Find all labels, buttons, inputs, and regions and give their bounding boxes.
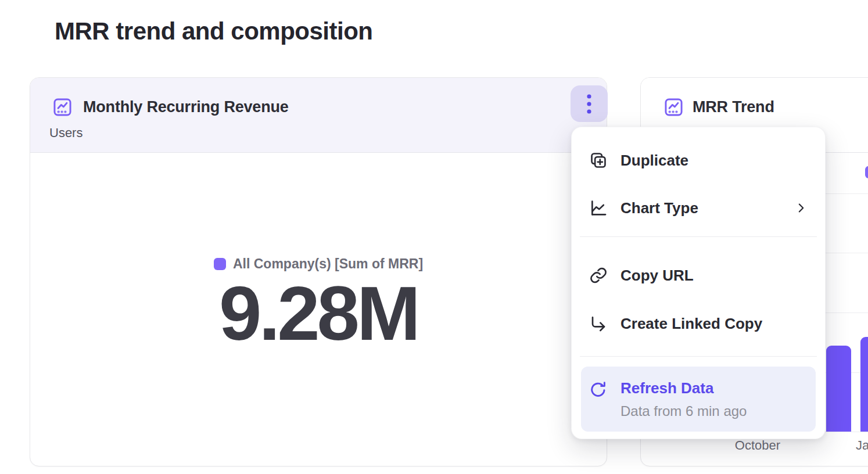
legend-swatch: [214, 258, 226, 270]
refresh-icon: [589, 380, 608, 399]
kebab-icon: [587, 94, 591, 114]
legend-label: All Company(s) [Sum of MRR]: [233, 256, 423, 272]
duplicate-icon: [589, 151, 608, 170]
chart-widget-icon: [663, 96, 684, 118]
mrr-card-header: Monthly Recurring Revenue Users: [30, 78, 607, 153]
menu-item-label: Duplicate: [620, 152, 688, 170]
card-title: MRR Trend: [693, 95, 774, 119]
card-menu-button[interactable]: [571, 85, 608, 122]
bar-january[interactable]: [860, 337, 868, 432]
menu-item-duplicate[interactable]: Duplicate: [581, 143, 816, 177]
menu-item-label: Refresh Data: [620, 379, 747, 397]
linked-copy-arrow-icon: [589, 314, 608, 333]
x-tick-january: Ja: [856, 438, 868, 453]
menu-divider: [580, 236, 817, 237]
menu-item-label: Create Linked Copy: [620, 315, 762, 333]
chart-widget-icon: [52, 96, 73, 118]
page-title: MRR trend and composition: [55, 17, 373, 45]
x-tick-october: October: [722, 438, 793, 453]
menu-item-create-linked-copy[interactable]: Create Linked Copy: [581, 307, 816, 340]
kpi-value: 9.28M: [30, 275, 607, 352]
menu-item-copy-url[interactable]: Copy URL: [581, 258, 816, 292]
card-subtitle: Users: [49, 125, 83, 141]
bar-october[interactable]: [826, 346, 851, 432]
menu-item-chart-type[interactable]: Chart Type: [581, 191, 816, 225]
menu-divider: [580, 356, 817, 357]
menu-item-refresh-data[interactable]: Refresh Data Data from 6 min ago: [581, 367, 816, 432]
chevron-right-icon: [795, 202, 808, 214]
card-context-menu: Duplicate Chart Type Copy URL: [571, 127, 826, 439]
chart-type-icon: [589, 199, 608, 217]
mrr-card: Monthly Recurring Revenue Users All Comp…: [30, 77, 607, 466]
kpi-legend: All Company(s) [Sum of MRR]: [30, 256, 607, 272]
link-icon: [589, 266, 608, 285]
legend-swatch: [865, 166, 868, 178]
menu-item-label: Chart Type: [620, 199, 698, 217]
card-title: Monthly Recurring Revenue: [83, 95, 289, 119]
refresh-status-text: Data from 6 min ago: [620, 403, 747, 419]
menu-item-label: Copy URL: [620, 267, 694, 285]
